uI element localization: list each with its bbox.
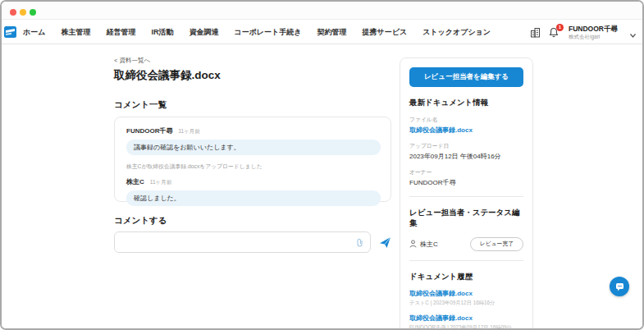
reviewer-status-heading: レビュー担当者・ステータス編集 bbox=[409, 208, 523, 229]
nav-item-management[interactable]: 経営管理 bbox=[106, 27, 135, 38]
history-item: 取締役会議事録.docx テストC | 2023年09月12日 16時16分 bbox=[409, 289, 523, 307]
upload-date-label: アップロード日 bbox=[409, 142, 523, 150]
nav-item-home[interactable]: ホーム bbox=[23, 27, 45, 38]
titlebar bbox=[2, 2, 642, 20]
chevron-down-icon[interactable] bbox=[630, 26, 636, 41]
company-building-icon[interactable] bbox=[529, 27, 541, 39]
owner-label: オーナー bbox=[409, 168, 523, 176]
comment-input-wrap bbox=[114, 231, 371, 253]
review-status-pill[interactable]: レビュー完了 bbox=[470, 237, 523, 251]
close-window-button[interactable] bbox=[10, 9, 16, 16]
notification-bell-icon[interactable]: 1 bbox=[548, 27, 560, 39]
comments-card: FUNDOOR千尋 11ヶ月前 議事録の確認をお願いいたします。 株主Cが取締役… bbox=[114, 117, 391, 202]
comment-bubble: 確認しました。 bbox=[126, 190, 381, 206]
user-name: FUNDOOR千尋 bbox=[569, 25, 618, 34]
comment-time: 11ヶ月前 bbox=[150, 179, 171, 186]
send-comment-button[interactable] bbox=[379, 236, 391, 249]
top-navbar: ホーム 株主管理 経営管理 IR活動 資金調達 コーポレート手続き 契約管理 提… bbox=[2, 21, 642, 44]
file-name-link[interactable]: 取締役会議事録.docx bbox=[409, 126, 523, 135]
comment-author-row: 株主C 11ヶ月前 bbox=[126, 177, 379, 186]
reviewer-row: 株主C レビュー完了 bbox=[409, 236, 523, 251]
notification-count-badge: 1 bbox=[556, 24, 564, 31]
comment-time: 11ヶ月前 bbox=[178, 128, 199, 135]
comment-input[interactable] bbox=[115, 232, 352, 252]
main-content: < 資料一覧へ 取締役会議事録.docx コメント一覧 FUNDOOR千尋 11… bbox=[2, 44, 642, 328]
comment-bubble: 議事録の確認をお願いいたします。 bbox=[126, 140, 381, 155]
zoom-window-button[interactable] bbox=[30, 9, 36, 16]
history-item: 取締役会議事録.docx FUNDOOR千尋 | 2023年09月12日 16時… bbox=[409, 314, 523, 330]
upload-date-value: 2023年09月12日 午後04時16分 bbox=[409, 152, 523, 161]
divider bbox=[409, 196, 523, 197]
page-title: 取締役会議事録.docx bbox=[114, 68, 221, 83]
nav-item-stock-options[interactable]: ストックオプション bbox=[422, 27, 491, 38]
document-info-sidebar: レビュー担当者を編集する 最新ドキュメント情報 ファイル名 取締役会議事録.do… bbox=[400, 57, 533, 330]
reviewer-name: 株主C bbox=[420, 240, 438, 249]
divider bbox=[409, 260, 523, 261]
history-file-link[interactable]: 取締役会議事録.docx bbox=[409, 314, 523, 323]
history-meta: FUNDOOR千尋 | 2023年09月12日 16時09分 bbox=[409, 324, 523, 330]
navbar-right: 1 FUNDOOR千尋 株式会社igari bbox=[529, 21, 636, 44]
nav-menu: ホーム 株主管理 経営管理 IR活動 資金調達 コーポレート手続き 契約管理 提… bbox=[23, 27, 491, 38]
back-to-documents-link[interactable]: < 資料一覧へ bbox=[114, 57, 150, 65]
nav-item-corporate-procedures[interactable]: コーポレート手続き bbox=[234, 27, 301, 38]
comment-author-row: FUNDOOR千尋 11ヶ月前 bbox=[126, 126, 379, 135]
attachment-paperclip-icon[interactable] bbox=[352, 235, 367, 250]
app-window: ホーム 株主管理 経営管理 IR活動 資金調達 コーポレート手続き 契約管理 提… bbox=[0, 0, 644, 330]
fundoor-logo-icon[interactable] bbox=[4, 26, 16, 38]
comments-heading: コメント一覧 bbox=[114, 99, 167, 111]
document-history-heading: ドキュメント履歴 bbox=[409, 272, 523, 282]
nav-item-fundraising[interactable]: 資金調達 bbox=[189, 27, 218, 38]
history-meta: テストC | 2023年09月12日 16時16分 bbox=[409, 300, 523, 307]
user-menu[interactable]: FUNDOOR千尋 株式会社igari bbox=[569, 25, 618, 39]
comment-form-heading: コメントする bbox=[114, 215, 167, 227]
chat-support-button[interactable] bbox=[610, 277, 629, 296]
comment-author: 株主C bbox=[126, 177, 144, 186]
owner-value: FUNDOOR千尋 bbox=[409, 178, 523, 187]
edit-reviewer-button[interactable]: レビュー担当者を編集する bbox=[409, 67, 523, 87]
minimize-window-button[interactable] bbox=[20, 9, 26, 16]
comment-author: FUNDOOR千尋 bbox=[126, 126, 172, 135]
latest-document-heading: 最新ドキュメント情報 bbox=[409, 98, 523, 108]
chat-bubble-icon bbox=[615, 282, 624, 291]
file-name-label: ファイル名 bbox=[409, 116, 523, 124]
nav-item-shareholder-mgmt[interactable]: 株主管理 bbox=[61, 27, 90, 38]
nav-item-ir[interactable]: IR活動 bbox=[151, 27, 173, 38]
person-icon bbox=[409, 236, 417, 251]
history-file-link[interactable]: 取締役会議事録.docx bbox=[409, 289, 523, 298]
system-message: 株主Cが取締役会議事録.docxをアップロードしました bbox=[126, 163, 379, 171]
user-company: 株式会社igari bbox=[569, 34, 618, 39]
nav-item-contract-mgmt[interactable]: 契約管理 bbox=[317, 27, 346, 38]
nav-item-partner-services[interactable]: 提携サービス bbox=[362, 27, 407, 38]
